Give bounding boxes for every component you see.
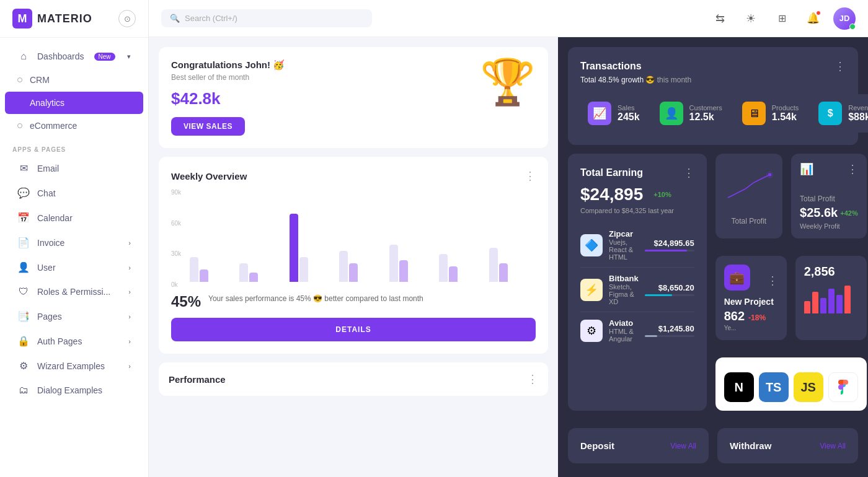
email-icon: ✉ [17, 162, 30, 174]
transactions-subtitle: Total 48.5% growth 😎 this month [580, 76, 846, 84]
sidebar-item-email[interactable]: ✉ Email [5, 156, 143, 180]
view-sales-button[interactable]: VIEW SALES [171, 117, 245, 136]
sidebar-item-dialog[interactable]: 🗂 Dialog Examples [5, 379, 143, 402]
sidebar-item-roles[interactable]: 🛡 Roles & Permissi... › [5, 280, 143, 304]
profit-chart-card: Total Profit [715, 154, 782, 239]
sidebar-label-ecommerce: eCommerce [30, 121, 77, 131]
search-placeholder: Search (Ctrl+/) [185, 14, 237, 23]
te-menu-icon[interactable]: ⋮ [683, 166, 694, 180]
search-icon: 🔍 [170, 14, 180, 23]
sidebar-item-chat[interactable]: 💬 Chat [5, 181, 143, 205]
np-menu-icon[interactable]: ⋮ [767, 274, 778, 287]
weekly-overview-card: Weekly Overview ⋮ 90k 60k 30k 0k [159, 157, 548, 354]
products-icon: 🖥 [742, 102, 766, 125]
profit-menu-icon[interactable]: ⋮ [847, 162, 858, 176]
section-label-apps: APPS & PAGES [0, 138, 148, 155]
sidebar-logo: M MATERIO ⊙ [0, 0, 148, 38]
y-label-0k: 0k [171, 281, 181, 288]
sidebar-label-email: Email [37, 164, 59, 173]
new-project-chart-card: 2,856 [795, 256, 867, 340]
tech-logos-row: N TS JS [724, 372, 858, 402]
brightness-icon[interactable]: ☀ [740, 8, 761, 29]
sidebar-item-dashboards[interactable]: ⌂ Dashboards New ▾ [5, 45, 143, 68]
deposit-card: Deposit View All [568, 428, 709, 463]
weekly-menu-icon[interactable]: ⋮ [525, 169, 536, 183]
sidebar-item-crm[interactable]: CRM [5, 69, 143, 91]
total-earning-card: Total Earning ⋮ $24,895 +10% Compared to… [568, 154, 707, 411]
content-area: Congratulations John! 🥳 Best seller of t… [149, 37, 868, 477]
customers-icon: 👤 [660, 102, 683, 125]
avatar[interactable]: JD [833, 7, 856, 30]
sidebar-nav: ⌂ Dashboards New ▾ CRM Analytics eCommer… [0, 38, 148, 477]
main-area: 🔍 Search (Ctrl+/) ⇆ ☀ ⊞ 🔔 JD [149, 0, 868, 477]
transactions-metrics: 📈 Sales 245k 👤 Customers 12.5k [580, 94, 846, 133]
ts-logo: TS [759, 372, 789, 402]
earning-row-bitbank: ⚡ Bitbank Sketch, Figma & XD $8,650.20 [580, 268, 694, 312]
products-value: 1.54k [772, 112, 799, 123]
roles-icon: 🛡 [17, 286, 30, 297]
project-icon: 💼 [724, 265, 750, 291]
y-label-60k: 60k [171, 220, 181, 227]
zipcar-name: Zipcar [609, 229, 639, 239]
zipcar-amount: $24,895.65 [645, 239, 694, 248]
dot-icon-2 [17, 123, 22, 128]
pin-icon[interactable]: ⊙ [118, 10, 136, 27]
metric-sales: 📈 Sales 245k [580, 94, 647, 133]
congrats-card: Congratulations John! 🥳 Best seller of t… [159, 47, 548, 148]
translate-icon[interactable]: ⇆ [709, 8, 730, 29]
project-total: 2,856 [804, 265, 858, 279]
transactions-menu-icon[interactable]: ⋮ [835, 59, 846, 73]
metric-revenue: $ Revenue $88k [811, 94, 868, 133]
withdraw-title: Withdraw [730, 440, 771, 451]
notification-icon[interactable]: 🔔 [802, 8, 823, 29]
sidebar-label-auth: Auth Pages [37, 336, 82, 346]
deposit-title: Deposit [580, 440, 614, 451]
revenue-icon: $ [818, 102, 842, 125]
weekly-chart: 90k 60k 30k 0k [171, 189, 536, 288]
congrats-subtitle: Best seller of the month [171, 73, 285, 82]
chevron-pages: › [128, 313, 131, 320]
notification-dot [816, 11, 821, 15]
customers-label: Customers [689, 104, 722, 112]
earning-row-zipcar: 🔷 Zipcar Vuejs, React & HTML $24,895.65 [580, 223, 694, 268]
bitbank-logo: ⚡ [580, 279, 603, 301]
earning-row-aviato: ⚙ Aviato HTML & Angular $1,245.80 [580, 312, 694, 349]
wizard-icon: ⚙ [17, 360, 30, 372]
transactions-card: Transactions ⋮ Total 48.5% growth 😎 this… [568, 47, 858, 145]
sidebar-label-analytics: Analytics [30, 98, 64, 108]
bitbank-amount: $8,650.20 [645, 283, 694, 292]
invoice-icon: 📄 [17, 237, 30, 248]
chevron-auth: › [128, 338, 131, 345]
np-label: Ye... [724, 325, 778, 331]
sidebar-item-ecommerce[interactable]: eCommerce [5, 115, 143, 137]
profit-amount: $25.6k [800, 206, 838, 220]
performance-card: Performance ⋮ [159, 362, 548, 396]
sidebar-item-analytics[interactable]: Analytics [5, 92, 143, 114]
sidebar-item-invoice[interactable]: 📄 Invoice › [5, 230, 143, 255]
np-badge: -18% [748, 313, 766, 322]
dialog-icon: 🗂 [17, 385, 30, 396]
figma-logo [828, 372, 858, 402]
sidebar-label-invoice: Invoice [37, 238, 64, 248]
sidebar-label-wizard: Wizard Examples [37, 361, 105, 371]
grid-icon[interactable]: ⊞ [771, 8, 792, 29]
sidebar-label-crm: CRM [30, 75, 50, 85]
next-logo: N [724, 372, 754, 402]
sidebar-item-wizard[interactable]: ⚙ Wizard Examples › [5, 354, 143, 378]
sidebar-item-calendar[interactable]: 📅 Calendar [5, 206, 143, 230]
sidebar-item-user[interactable]: 👤 User › [5, 255, 143, 279]
sidebar-item-pages[interactable]: 📑 Pages › [5, 304, 143, 328]
profit-title: Total Profit [800, 195, 858, 203]
weekly-desc: Your sales performance is 45% 😎 better c… [208, 293, 423, 304]
bars-container [190, 195, 536, 282]
search-bar[interactable]: 🔍 Search (Ctrl+/) [161, 9, 372, 27]
te-amount: $24,895 [580, 185, 643, 204]
performance-menu-icon[interactable]: ⋮ [527, 372, 538, 386]
sidebar-item-auth[interactable]: 🔒 Auth Pages › [5, 329, 143, 353]
svg-point-0 [768, 173, 771, 176]
left-panel: Congratulations John! 🥳 Best seller of t… [149, 37, 558, 477]
details-button[interactable]: DETAILS [171, 318, 536, 341]
revenue-value: $88k [848, 112, 868, 123]
withdraw-view-all[interactable]: View All [820, 442, 846, 450]
deposit-view-all[interactable]: View All [670, 442, 696, 450]
